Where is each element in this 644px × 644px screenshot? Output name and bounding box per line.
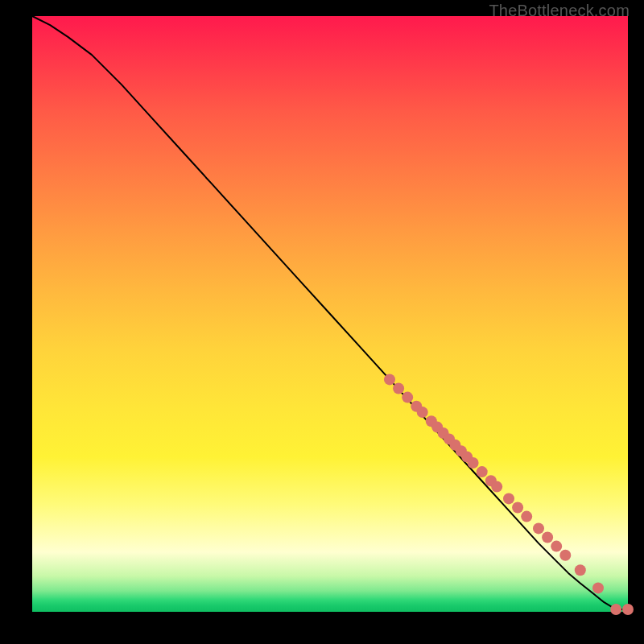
marker-point (512, 502, 523, 514)
marker-point (477, 466, 488, 477)
marker-point (592, 582, 604, 593)
marker-point (521, 511, 532, 522)
marker-point (402, 392, 413, 403)
marker-point (622, 604, 634, 615)
marker-point (503, 493, 514, 504)
marker-point (393, 383, 404, 394)
marker-point (542, 532, 553, 543)
marker-point (491, 481, 502, 493)
bottleneck-curve (32, 16, 628, 609)
attribution-label: TheBottleneck.com (489, 2, 630, 20)
marker-point (610, 604, 621, 615)
marker-point (575, 564, 586, 576)
marker-point (533, 522, 544, 534)
marker-point (468, 457, 479, 469)
marker-point (417, 407, 428, 418)
marker-point (559, 550, 571, 561)
chart-overlay-svg (32, 16, 628, 612)
marker-point (551, 541, 562, 552)
marker-points-group (384, 374, 634, 615)
chart-frame: TheBottleneck.com (0, 0, 644, 644)
marker-point (384, 374, 395, 385)
